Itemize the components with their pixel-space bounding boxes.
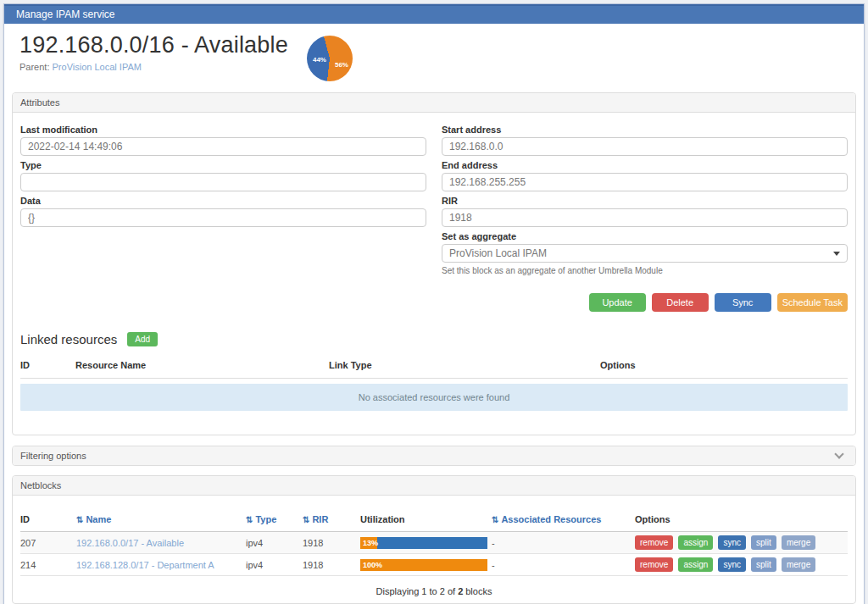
- update-button[interactable]: Update: [589, 293, 646, 312]
- type-input[interactable]: [20, 173, 426, 191]
- linked-col-resource-name: Resource Name: [75, 357, 329, 379]
- no-linked-resources-message: No associated resources were found: [20, 384, 848, 411]
- sort-icon: ⇅: [76, 515, 83, 524]
- merge-button[interactable]: merge: [782, 557, 815, 572]
- pagination-total: 2: [458, 586, 463, 596]
- last-modification-label: Last modification: [20, 125, 426, 135]
- parent-link[interactable]: ProVision Local IPAM: [53, 62, 142, 72]
- split-button[interactable]: split: [751, 557, 776, 572]
- add-linked-resource-button[interactable]: Add: [127, 332, 158, 346]
- sort-icon: ⇅: [246, 515, 253, 524]
- netblocks-table: ID ⇅Name ⇅Type ⇅RIR Utilization ⇅Associa…: [20, 507, 848, 576]
- attributes-panel-title: Attributes: [13, 93, 855, 113]
- remove-button[interactable]: remove: [635, 535, 673, 550]
- schedule-task-button[interactable]: Schedule Task: [777, 293, 848, 312]
- netblock-type: ipv4: [246, 554, 303, 576]
- netblock-associated: -: [492, 532, 635, 554]
- netblock-associated: -: [492, 554, 635, 576]
- net-col-utilization: Utilization: [360, 507, 492, 532]
- netblock-name-link[interactable]: 192.168.128.0/17 - Department A: [76, 560, 214, 570]
- block-title: 192.168.0.0/16 - Available: [19, 32, 288, 58]
- parent-label: Parent:: [19, 62, 49, 72]
- block-summary: 192.168.0.0/16 - Available Parent: ProVi…: [12, 24, 856, 85]
- net-col-options: Options: [635, 507, 848, 532]
- app-window: Manage IPAM service 192.168.0.0/16 - Ava…: [3, 3, 865, 604]
- filtering-options-panel: Filtering options: [12, 446, 856, 466]
- utilization-bar-fill: 100%: [360, 559, 487, 571]
- assign-button[interactable]: assign: [678, 535, 713, 550]
- utilization-bar-fill: 13%: [360, 537, 377, 549]
- last-modification-input[interactable]: [20, 137, 426, 156]
- net-col-associated[interactable]: ⇅Associated Resources: [492, 507, 635, 532]
- merge-button[interactable]: merge: [782, 535, 815, 550]
- linked-col-link-type: Link Type: [329, 357, 600, 379]
- sort-icon: ⇅: [492, 515, 498, 524]
- pagination-status: Displaying 1 to 2 of2blocks: [20, 586, 848, 596]
- pie-slice-label-free: 44%: [313, 56, 326, 64]
- assign-button[interactable]: assign: [678, 557, 713, 572]
- netblock-id: 207: [20, 532, 76, 554]
- attributes-panel: Attributes Last modification Type Da: [12, 92, 856, 435]
- utilization-bar: 13%: [360, 537, 487, 549]
- sync-row-button[interactable]: sync: [718, 535, 746, 550]
- netblock-name-link[interactable]: 192.168.0.0/17 - Available: [76, 538, 184, 548]
- linked-col-options: Options: [600, 357, 848, 379]
- rir-label: RIR: [442, 196, 848, 206]
- sync-row-button[interactable]: sync: [718, 557, 746, 572]
- caret-down-icon: [833, 252, 840, 256]
- utilization-bar: 100%: [360, 559, 487, 571]
- aggregate-label: Set as aggregate: [442, 231, 848, 241]
- end-address-label: End address: [442, 160, 848, 170]
- net-col-id: ID: [20, 507, 76, 532]
- page-title: Manage IPAM service: [16, 8, 115, 20]
- linked-resources-heading: Linked resources: [20, 332, 117, 346]
- chevron-down-icon: [834, 449, 843, 458]
- page-header: Manage IPAM service: [4, 4, 864, 24]
- sync-button[interactable]: Sync: [715, 293, 771, 312]
- netblocks-panel-title: Netblocks: [13, 476, 855, 496]
- type-label: Type: [20, 160, 426, 170]
- net-col-rir[interactable]: ⇅RIR: [303, 507, 360, 532]
- netblock-id: 214: [20, 554, 76, 576]
- delete-button[interactable]: Delete: [652, 293, 709, 312]
- filtering-options-toggle[interactable]: Filtering options: [13, 446, 855, 465]
- data-input[interactable]: [20, 208, 426, 227]
- rir-input[interactable]: [442, 208, 848, 227]
- aggregate-help-text: Set this block as an aggregate of anothe…: [442, 266, 848, 275]
- end-address-input[interactable]: [442, 173, 848, 191]
- split-button[interactable]: split: [751, 535, 776, 550]
- netblock-rir: 1918: [303, 554, 360, 576]
- aggregate-select[interactable]: ProVision Local IPAM: [442, 244, 848, 263]
- filtering-options-label: Filtering options: [20, 451, 86, 461]
- start-address-label: Start address: [442, 125, 848, 135]
- remove-button[interactable]: remove: [635, 557, 673, 572]
- linked-col-id: ID: [20, 357, 75, 379]
- netblock-row: 214 192.168.128.0/17 - Department A ipv4…: [20, 554, 848, 576]
- net-col-name[interactable]: ⇅Name: [76, 507, 246, 532]
- pie-slice-label-used: 56%: [335, 61, 348, 69]
- aggregate-select-value: ProVision Local IPAM: [449, 247, 547, 259]
- netblock-type: ipv4: [246, 532, 303, 554]
- netblock-row: 207 192.168.0.0/17 - Available ipv4 1918…: [20, 532, 848, 554]
- net-col-type[interactable]: ⇅Type: [246, 507, 303, 532]
- netblocks-panel: Netblocks ID ⇅Name ⇅Type ⇅RIR Utilizatio…: [12, 475, 856, 604]
- data-label: Data: [20, 196, 426, 206]
- linked-resources-table: ID Resource Name Link Type Options: [20, 357, 848, 379]
- netblock-rir: 1918: [303, 532, 360, 554]
- start-address-input[interactable]: [442, 137, 848, 156]
- utilization-pie: 44% 56%: [307, 36, 353, 81]
- sort-icon: ⇅: [303, 515, 309, 524]
